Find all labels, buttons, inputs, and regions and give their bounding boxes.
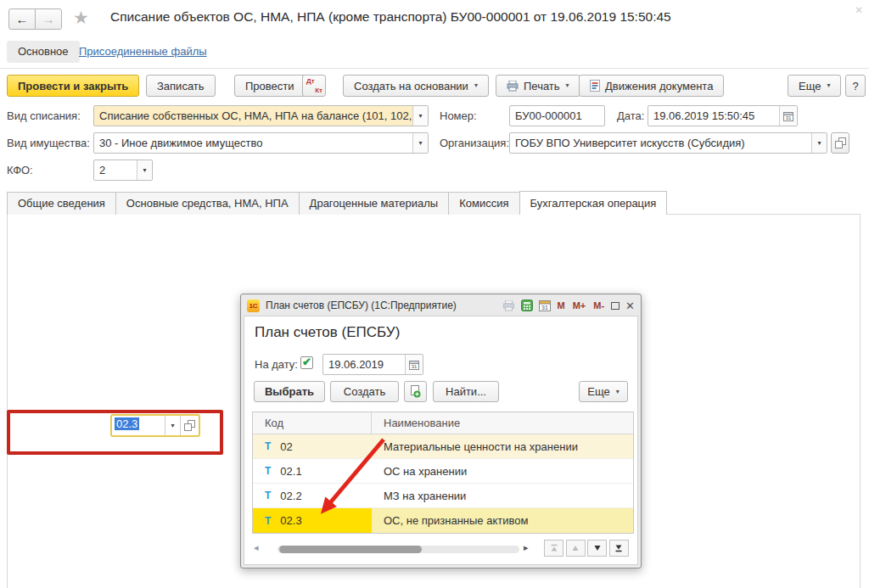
scroll-left-icon[interactable]: ◂ (254, 542, 259, 553)
table-header: Код Наименование (253, 412, 633, 434)
check-icon: ✔ (302, 356, 311, 367)
property-kind-field[interactable]: 30 - Иное движимое имущество ▾ (93, 132, 429, 154)
nonasset-account-input[interactable]: 02.3 (112, 416, 165, 435)
dialog-close-icon[interactable]: ✕ (625, 300, 635, 312)
kfo-label: КФО: (7, 161, 33, 180)
forward-button[interactable]: → (35, 8, 62, 30)
find-button[interactable]: Найти... (433, 381, 499, 402)
copy-new-icon (410, 385, 421, 398)
scroll-right-icon[interactable]: ▸ (524, 542, 529, 553)
account-type-icon: Т (265, 465, 271, 477)
go-last-button[interactable] (609, 540, 629, 557)
chevron-down-icon[interactable]: ▾ (811, 133, 827, 153)
printer-icon (507, 81, 519, 92)
header-separator (0, 68, 869, 69)
scrollbar-thumb[interactable] (279, 546, 422, 553)
horizontal-scrollbar[interactable] (278, 546, 519, 553)
back-icon: ← (16, 12, 29, 26)
svg-text:31: 31 (412, 364, 418, 369)
print-button[interactable]: Печать ▾ (496, 75, 580, 97)
tab-commission[interactable]: Комиссия (448, 192, 519, 215)
dialog-title: План счетов (ЕПСБУ) (1С:Предприятие) (266, 300, 496, 311)
post-and-close-button[interactable]: Провести и закрыть (7, 75, 139, 97)
calculator-icon[interactable] (521, 300, 533, 311)
nonasset-account-field[interactable]: 02.3 ▾ (110, 414, 200, 437)
date-field[interactable]: 19.06.2019 15:50:45 31 (648, 105, 798, 126)
calendar-icon[interactable]: 31 (405, 355, 423, 374)
chevron-down-icon: ▾ (566, 82, 569, 89)
more-button[interactable]: Еще ▾ (788, 75, 841, 97)
account-type-icon: Т (265, 515, 271, 527)
maximize-icon[interactable] (611, 302, 620, 310)
tab-precious-materials[interactable]: Драгоценные материалы (299, 192, 450, 215)
close-icon[interactable]: ✕ (855, 4, 863, 16)
open-link-icon (835, 137, 846, 148)
go-down-button[interactable] (587, 540, 607, 557)
go-first-button[interactable] (544, 540, 563, 557)
chevron-down-icon: ▾ (827, 82, 830, 89)
select-button[interactable]: Выбрать (254, 381, 325, 402)
chevron-down-icon[interactable]: ▾ (137, 160, 152, 180)
chevron-down-icon[interactable]: ▾ (412, 133, 428, 153)
calendar-icon[interactable]: 31 (779, 106, 797, 126)
write-button[interactable]: Записать (146, 75, 216, 97)
chart-of-accounts-dialog: 1С План счетов (ЕПСБУ) (1С:Предприятие) … (240, 294, 642, 568)
kfo-field[interactable]: 2 ▾ (93, 160, 153, 181)
memory-mminus-button[interactable]: М- (592, 300, 605, 311)
favorite-star-icon[interactable]: ★ (73, 8, 89, 28)
calendar-icon[interactable]: 31 (539, 300, 551, 311)
tab-accounting-operation[interactable]: Бухгалтерская операция (519, 191, 668, 215)
chevron-down-icon: ▾ (616, 389, 620, 395)
column-name[interactable]: Наименование (372, 412, 633, 434)
printer-icon[interactable] (502, 300, 515, 311)
number-label: Номер: (440, 107, 477, 126)
table-row-selected[interactable]: Т02.3 ОС, не признанные активом (253, 508, 633, 533)
on-date-checkbox[interactable]: ✔ (300, 356, 313, 369)
forward-icon: → (42, 12, 55, 26)
document-movements-icon (590, 80, 600, 92)
table-row[interactable]: Т02 Материальные ценности на хранении (253, 434, 633, 459)
kt-icon: Кт (315, 87, 322, 94)
document-movements-button[interactable]: Движения документа (579, 75, 724, 97)
post-button[interactable]: Провести (234, 75, 306, 97)
chevron-down-icon[interactable]: ▾ (165, 416, 180, 435)
down-icon (593, 544, 602, 552)
go-last-icon (614, 544, 623, 552)
tab-strip: Общие сведения Основные средства, НМА, Н… (7, 191, 666, 215)
number-field[interactable]: БУ00-000001 (509, 105, 605, 126)
dialog-titlebar[interactable]: 1С План счетов (ЕПСБУ) (1С:Предприятие) … (243, 296, 639, 315)
dt-icon: Дт (306, 77, 315, 85)
table-bottom-bar: ◂ ▸ (252, 540, 634, 558)
on-date-field[interactable]: 19.06.2019 31 (322, 354, 423, 375)
organization-field[interactable]: ГОБУ ВПО Университет искусств (Субсидия)… (509, 132, 827, 154)
organization-label: Организация: (440, 134, 509, 153)
column-code[interactable]: Код (253, 412, 372, 434)
go-up-button[interactable] (566, 540, 586, 557)
svg-text:31: 31 (786, 115, 792, 120)
table-row[interactable]: Т02.1 ОС на хранении (253, 459, 633, 484)
create-on-basis-button[interactable]: Создать на основании ▾ (343, 75, 489, 97)
memory-m-button[interactable]: М (557, 300, 566, 311)
dialog-body: План счетов (ЕПСБУ) На дату: ✔ 19.06.201… (244, 316, 638, 565)
link-attached-files[interactable]: Присоединенные файлы (79, 45, 207, 58)
help-button[interactable]: ? (845, 75, 866, 97)
chevron-down-icon[interactable]: ▾ (412, 106, 428, 126)
go-first-icon (550, 544, 558, 552)
create-copy-button[interactable] (404, 381, 427, 402)
table-row[interactable]: Т02.2 МЗ на хранении (253, 484, 633, 508)
writeoff-kind-field[interactable]: Списание собственных ОС, НМА, НПА на бал… (93, 105, 429, 126)
open-account-button[interactable] (180, 416, 199, 435)
page-title: Списание объектов ОС, НМА, НПА (кроме тр… (110, 9, 671, 25)
up-icon (571, 544, 580, 552)
memory-mplus-button[interactable]: М+ (572, 300, 587, 311)
dtkt-button[interactable]: Дт Кт (302, 75, 326, 97)
back-button[interactable]: ← (8, 8, 36, 30)
tab-main[interactable]: Основное (7, 41, 80, 63)
on-date-label: На дату: (255, 356, 298, 374)
tab-general[interactable]: Общие сведения (7, 192, 116, 215)
create-button[interactable]: Создать (330, 381, 399, 402)
tab-fixed-assets[interactable]: Основные средства, НМА, НПА (115, 192, 300, 215)
open-organization-button[interactable] (831, 132, 849, 154)
dialog-more-button[interactable]: Еще ▾ (579, 381, 628, 402)
chevron-down-icon: ▾ (474, 82, 478, 89)
